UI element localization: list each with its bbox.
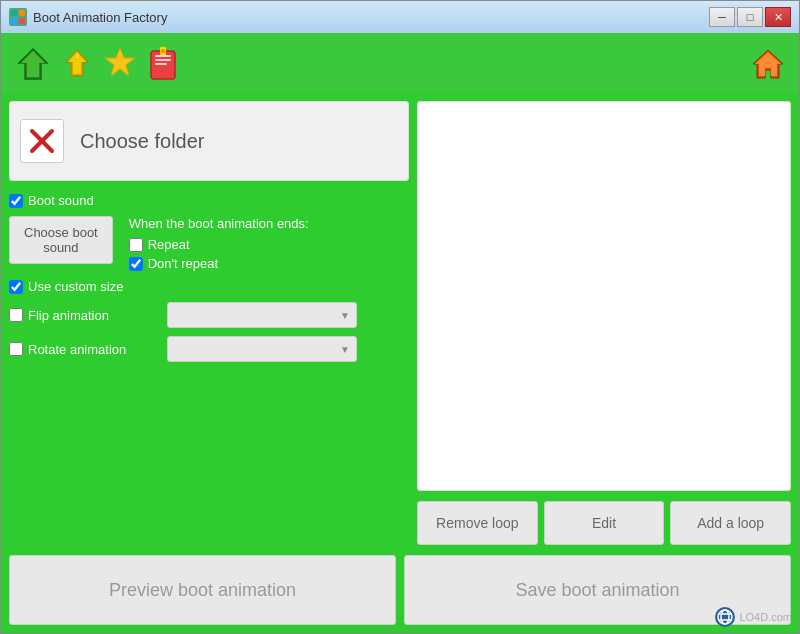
download-button[interactable]	[13, 41, 53, 85]
right-panel: Remove loop Edit Add a loop	[417, 101, 791, 547]
choose-sound-button[interactable]: Choose boot sound	[9, 216, 113, 264]
rotate-dropdown-arrow: ▼	[340, 344, 350, 355]
rotate-dropdown[interactable]: ▼	[167, 336, 357, 362]
rotate-checkbox[interactable]	[9, 342, 23, 356]
dont-repeat-label: Don't repeat	[148, 256, 218, 271]
rotate-checkbox-label[interactable]: Rotate animation	[9, 342, 159, 357]
minimize-button[interactable]: ─	[709, 7, 735, 27]
svg-rect-1	[19, 10, 25, 16]
bottom-buttons: Preview boot animation Save boot animati…	[9, 555, 791, 625]
remove-loop-button[interactable]: Remove loop	[417, 501, 538, 545]
star-button[interactable]	[101, 44, 139, 82]
toolbar-left: ↓	[13, 41, 179, 85]
preview-button[interactable]: Preview boot animation	[9, 555, 396, 625]
custom-size-label: Use custom size	[28, 279, 123, 294]
flip-checkbox[interactable]	[9, 308, 23, 322]
title-buttons: ─ □ ✕	[709, 7, 791, 27]
animation-ends-label: When the boot animation ends:	[129, 216, 309, 231]
custom-size-checkbox-label[interactable]: Use custom size	[9, 279, 123, 294]
svg-point-17	[161, 49, 165, 53]
home-button[interactable]	[749, 44, 787, 82]
boot-sound-label: Boot sound	[28, 193, 94, 208]
svg-marker-10	[105, 48, 135, 76]
watermark-text: LO4D.com	[739, 611, 792, 623]
svg-rect-2	[11, 18, 17, 24]
animation-preview-area	[417, 101, 791, 491]
main-content: Choose folder Boot sound Choose boot sou…	[1, 93, 799, 633]
options-section: Boot sound Choose boot sound When the bo…	[9, 189, 409, 366]
flip-dropdown[interactable]: ▼	[167, 302, 357, 328]
add-loop-button[interactable]: Add a loop	[670, 501, 791, 545]
clear-folder-button[interactable]	[20, 119, 64, 163]
close-button[interactable]: ✕	[765, 7, 791, 27]
watermark: LO4D.com	[714, 606, 792, 628]
title-bar: Boot Animation Factory ─ □ ✕	[1, 1, 799, 33]
app-icon	[9, 8, 27, 26]
main-window: Boot Animation Factory ─ □ ✕	[0, 0, 800, 634]
choose-folder-label: Choose folder	[80, 130, 205, 153]
svg-rect-14	[155, 59, 171, 61]
boot-sound-row: Boot sound	[9, 193, 409, 208]
dont-repeat-checkbox[interactable]	[129, 257, 143, 271]
maximize-button[interactable]: □	[737, 7, 763, 27]
svg-rect-3	[19, 18, 25, 24]
loop-buttons: Remove loop Edit Add a loop	[417, 499, 791, 547]
boot-sound-checkbox-label[interactable]: Boot sound	[9, 193, 94, 208]
flip-label: Flip animation	[28, 308, 109, 323]
repeat-label: Repeat	[148, 237, 190, 252]
svg-rect-15	[155, 63, 167, 65]
title-bar-left: Boot Animation Factory	[9, 8, 167, 26]
folder-picker[interactable]: Choose folder	[9, 101, 409, 181]
custom-size-row: Use custom size	[9, 279, 409, 294]
boot-sound-checkbox[interactable]	[9, 194, 23, 208]
rotate-label: Rotate animation	[28, 342, 126, 357]
top-section: Choose folder Boot sound Choose boot sou…	[9, 101, 791, 547]
rotate-animation-row: Rotate animation ▼	[9, 336, 409, 362]
custom-size-checkbox[interactable]	[9, 280, 23, 294]
download-small-button[interactable]: ↓	[61, 44, 93, 82]
svg-rect-13	[155, 55, 171, 57]
flip-checkbox-label[interactable]: Flip animation	[9, 308, 159, 323]
book-button[interactable]	[147, 45, 179, 81]
flip-dropdown-arrow: ▼	[340, 310, 350, 321]
watermark-icon	[714, 606, 736, 628]
repeat-checkbox-label[interactable]: Repeat	[129, 237, 309, 252]
toolbar: ↓	[1, 33, 799, 93]
svg-rect-0	[11, 10, 17, 16]
window-title: Boot Animation Factory	[33, 10, 167, 25]
repeat-checkbox[interactable]	[129, 238, 143, 252]
animation-ends: When the boot animation ends: Repeat Don…	[129, 216, 309, 271]
dont-repeat-checkbox-label[interactable]: Don't repeat	[129, 256, 309, 271]
sound-and-ends: Choose boot sound When the boot animatio…	[9, 216, 409, 271]
flip-animation-row: Flip animation ▼	[9, 302, 409, 328]
left-panel: Choose folder Boot sound Choose boot sou…	[9, 101, 409, 547]
edit-button[interactable]: Edit	[544, 501, 665, 545]
svg-text:↓: ↓	[75, 51, 79, 60]
